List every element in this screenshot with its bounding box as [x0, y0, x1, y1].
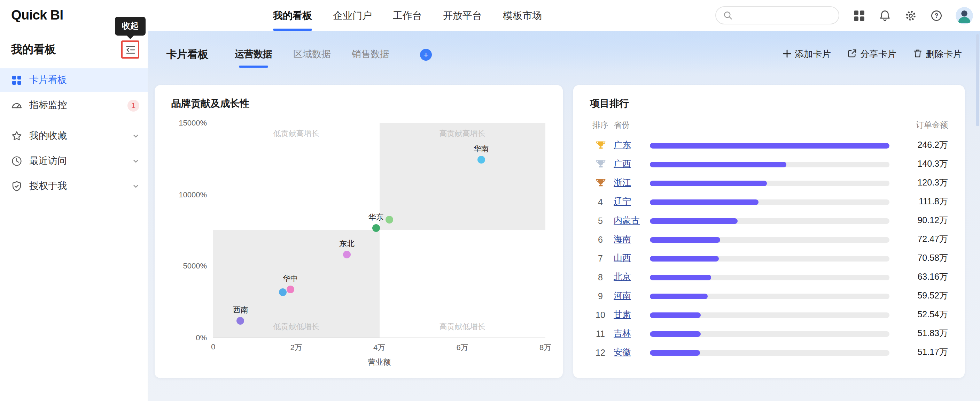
chevron-down-icon[interactable] [132, 158, 139, 165]
sidebar: 我的看板 收起 卡片看板 [0, 31, 148, 401]
ranking-chart-title: 项目排行 [590, 97, 948, 110]
chevron-down-icon[interactable] [132, 183, 139, 190]
topbar-right-tools: ? [715, 0, 973, 31]
share-icon [848, 49, 857, 60]
scatter-plot: 低贡献高增长 高贡献高增长 低贡献低增长 高贡献低增长 0%5000%10000… [213, 123, 546, 338]
rank-bar-fill [650, 331, 700, 337]
search-box[interactable] [715, 6, 839, 24]
card-brand-contribution: 品牌贡献及成长性 低贡献高增长 高贡献高增长 低贡献低增长 高贡献低增长 0%5… [154, 85, 563, 378]
sidebar-item-label: 我的收藏 [29, 130, 67, 142]
nav-my-dashboard[interactable]: 我的看板 [273, 0, 312, 31]
nav-template-market[interactable]: 模板市场 [503, 0, 542, 31]
sidebar-item-authorized-to-me[interactable]: 授权于我 [0, 174, 148, 198]
add-card-button[interactable]: 添加卡片 [783, 48, 831, 61]
province-link[interactable]: 山西 [614, 252, 650, 264]
tab-operation-data[interactable]: 运营数据 [235, 48, 272, 61]
province-link[interactable]: 甘肃 [614, 309, 650, 321]
rank-bar-track [650, 199, 889, 204]
order-amount-value: 59.52万 [899, 290, 948, 302]
province-link[interactable]: 广西 [614, 158, 650, 170]
bell-icon[interactable] [878, 9, 891, 22]
sidebar-item-recent-visits[interactable]: 最近访问 [0, 149, 148, 173]
dashboard-tabs: 运营数据 区域数据 销售数据 + [235, 48, 432, 61]
order-amount-value: 63.16万 [899, 271, 948, 283]
ranking-row: 9河南59.52万 [590, 287, 948, 305]
sidebar-item-favorites[interactable]: 我的收藏 [0, 124, 148, 148]
page-scrollbar[interactable] [976, 34, 979, 126]
delete-card-button[interactable]: 删除卡片 [913, 48, 962, 61]
rank-bar-fill [650, 350, 700, 355]
gear-icon[interactable] [904, 9, 916, 22]
ranking-row: 浙江120.3万 [590, 174, 948, 192]
y-tick-label: 5000% [183, 262, 207, 270]
province-link[interactable]: 辽宁 [614, 196, 650, 208]
sidebar-item-metric-monitor[interactable]: 指标监控 1 [0, 93, 148, 117]
order-amount-value: 140.3万 [899, 158, 948, 170]
ranking-row: 4辽宁111.8万 [590, 192, 948, 211]
order-amount-value: 51.17万 [899, 347, 948, 358]
scatter-point-东北 [343, 251, 351, 258]
search-input[interactable] [737, 10, 832, 21]
tab-region-data[interactable]: 区域数据 [293, 48, 331, 61]
plus-icon [783, 49, 791, 60]
y-tick-label: 10000% [179, 190, 207, 198]
rank-bar-track [650, 161, 889, 167]
apps-grid-icon[interactable] [853, 9, 865, 22]
quadrant-shade-top-right [379, 123, 546, 230]
order-amount-value: 90.12万 [899, 215, 948, 227]
province-link[interactable]: 浙江 [614, 177, 650, 189]
x-axis-label: 营业额 [213, 357, 546, 367]
tab-sales-data[interactable]: 销售数据 [352, 48, 389, 61]
quadrant-label: 高贡献高增长 [439, 128, 485, 139]
collapse-tooltip: 收起 [115, 17, 146, 35]
help-icon[interactable]: ? [930, 9, 942, 22]
gauge-icon [11, 100, 22, 111]
order-amount-value: 52.54万 [899, 309, 948, 321]
add-tab-button[interactable]: + [420, 48, 432, 60]
sidebar-item-card-dashboard[interactable]: 卡片看板 [0, 68, 148, 92]
province-link[interactable]: 安徽 [614, 347, 650, 358]
delete-card-label: 删除卡片 [926, 48, 962, 61]
collapse-sidebar-icon[interactable] [125, 44, 135, 55]
nav-open-platform[interactable]: 开放平台 [443, 0, 482, 31]
top-navigation: 我的看板 企业门户 工作台 开放平台 模板市场 [273, 0, 542, 31]
scatter-point-label: 华中 [283, 273, 298, 284]
rank-bronze-trophy-icon [590, 178, 611, 188]
card-project-ranking: 项目排行 排序 省份 订单金额 广东246.2万广西140.3万浙江120.3万… [573, 85, 965, 378]
scatter-point-华东 [386, 216, 393, 223]
quadrant-label: 低贡献高增长 [274, 128, 319, 139]
province-link[interactable]: 内蒙古 [614, 215, 650, 227]
trash-icon [913, 49, 922, 60]
rank-column-header: 排序 [590, 120, 611, 130]
amount-column-header: 订单金额 [899, 120, 948, 130]
rank-bar-track [650, 218, 889, 224]
share-card-button[interactable]: 分享卡片 [848, 48, 896, 61]
rank-bar-track [650, 256, 889, 261]
nav-workbench[interactable]: 工作台 [393, 0, 422, 31]
ranking-row: 10甘肃52.54万 [590, 305, 948, 324]
scatter-point-华中 [286, 286, 294, 293]
province-link[interactable]: 海南 [614, 233, 650, 246]
province-link[interactable]: 河南 [614, 290, 650, 302]
sidebar-item-label: 指标监控 [29, 99, 67, 112]
province-link[interactable]: 吉林 [614, 328, 650, 340]
sidebar-item-label: 卡片看板 [29, 74, 67, 86]
province-link[interactable]: 北京 [614, 271, 650, 283]
user-avatar[interactable] [956, 6, 973, 24]
y-tick-label: 0% [196, 333, 207, 342]
rank-bar-fill [650, 275, 711, 280]
x-tick-label: 8万 [539, 342, 551, 353]
dashboard-header: 卡片看板 运营数据 区域数据 销售数据 + 添加卡片 分享卡片 [154, 40, 965, 68]
nav-enterprise-portal[interactable]: 企业门户 [333, 0, 372, 31]
y-tick-label: 15000% [179, 118, 207, 127]
main-content: 卡片看板 运营数据 区域数据 销售数据 + 添加卡片 分享卡片 [148, 31, 980, 401]
rank-number: 5 [590, 216, 611, 225]
x-tick-label: 2万 [290, 342, 302, 353]
ranking-row: 7山西70.58万 [590, 249, 948, 268]
province-column-header: 省份 [614, 120, 650, 130]
rank-bar-track [650, 293, 889, 299]
chevron-down-icon[interactable] [132, 133, 139, 139]
scatter-point-label: 西南 [233, 305, 248, 316]
rank-bar-fill [650, 161, 786, 167]
province-link[interactable]: 广东 [614, 139, 650, 151]
